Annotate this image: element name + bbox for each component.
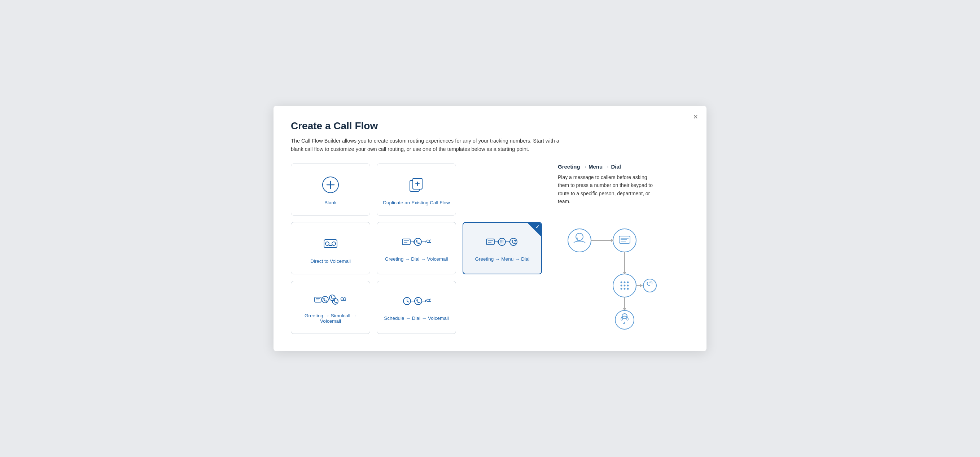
card-schedule-dial-voicemail-label: Schedule → Dial → Voicemail — [384, 315, 449, 321]
svg-point-9 — [332, 242, 336, 245]
card-schedule-dial-voicemail[interactable]: Schedule → Dial → Voicemail — [377, 281, 456, 334]
card-greeting-menu-dial-label: Greeting → Menu → Dial — [475, 256, 530, 262]
svg-point-30 — [503, 240, 503, 241]
greeting-menu-dial-icon — [486, 236, 519, 252]
card-direct-voicemail[interactable]: Direct to Voicemail — [291, 222, 370, 274]
svg-point-34 — [501, 242, 501, 243]
svg-point-73 — [620, 282, 622, 283]
create-call-flow-modal: × Create a Call Flow The Call Flow Build… — [274, 106, 706, 352]
svg-point-16 — [414, 238, 422, 245]
svg-point-76 — [620, 285, 622, 287]
svg-marker-18 — [425, 241, 426, 243]
svg-point-19 — [427, 240, 430, 242]
svg-rect-41 — [315, 297, 321, 302]
svg-rect-7 — [324, 240, 337, 248]
svg-point-46 — [332, 299, 338, 304]
svg-point-74 — [624, 282, 626, 283]
greeting-dial-voicemail-icon — [402, 236, 431, 252]
svg-point-29 — [501, 240, 502, 241]
svg-point-20 — [430, 240, 431, 242]
svg-point-32 — [501, 242, 502, 242]
plus-circle-icon — [321, 175, 340, 196]
svg-point-33 — [503, 242, 503, 242]
svg-point-44 — [322, 296, 328, 303]
svg-point-77 — [624, 285, 626, 287]
svg-point-65 — [613, 229, 636, 252]
svg-point-55 — [415, 298, 422, 305]
card-greeting-simulcall-voicemail[interactable]: Greeting → Simulcall → Voicemail — [291, 281, 370, 334]
svg-rect-22 — [487, 239, 494, 245]
card-blank[interactable]: Blank — [291, 164, 370, 216]
modal-title: Create a Call Flow — [291, 120, 689, 132]
svg-marker-57 — [425, 300, 426, 302]
svg-point-75 — [627, 282, 629, 283]
svg-marker-83 — [640, 284, 643, 287]
close-button[interactable]: × — [693, 113, 698, 121]
modal-description: The Call Flow Builder allows you to crea… — [291, 137, 572, 153]
svg-point-81 — [627, 288, 629, 290]
svg-point-8 — [326, 242, 329, 245]
preview-description: Play a message to callers before asking … — [558, 173, 659, 206]
svg-point-79 — [620, 288, 622, 290]
svg-point-35 — [501, 242, 502, 243]
card-duplicate[interactable]: Duplicate an Existing Call Flow — [377, 164, 456, 216]
card-blank-label: Blank — [325, 200, 337, 205]
modal-body: Blank Duplicate an Existing Call Flow — [291, 164, 689, 334]
greeting-simulcall-voicemail-icon — [314, 293, 347, 309]
card-greeting-dial-voicemail[interactable]: Greeting → Dial → Voicemail — [377, 222, 456, 274]
card-duplicate-label: Duplicate an Existing Call Flow — [383, 200, 450, 205]
preview-title: Greeting → Menu → Dial — [558, 164, 689, 170]
svg-point-59 — [430, 299, 431, 302]
flow-diagram — [558, 217, 689, 334]
svg-rect-11 — [402, 239, 410, 245]
svg-point-47 — [341, 298, 344, 300]
preview-panel: Greeting → Menu → Dial Play a message to… — [554, 164, 689, 334]
svg-line-52 — [407, 301, 409, 302]
svg-point-45 — [329, 295, 335, 301]
card-greeting-menu-dial[interactable]: Greeting → Menu → Dial — [463, 222, 542, 274]
svg-point-78 — [627, 285, 629, 287]
voicemail-icon — [321, 234, 340, 254]
svg-point-28 — [501, 240, 501, 241]
selected-checkmark — [528, 223, 541, 236]
svg-point-31 — [501, 242, 501, 242]
svg-point-58 — [427, 299, 430, 302]
svg-point-48 — [344, 298, 346, 300]
card-direct-voicemail-label: Direct to Voicemail — [310, 258, 351, 264]
svg-point-80 — [624, 288, 626, 290]
schedule-dial-voicemail-icon — [402, 295, 431, 311]
card-greeting-simulcall-voicemail-label: Greeting → Simulcall → Voicemail — [296, 313, 366, 324]
card-greeting-dial-voicemail-label: Greeting → Dial → Voicemail — [385, 256, 448, 262]
cards-grid: Blank Duplicate an Existing Call Flow — [291, 164, 542, 334]
svg-point-39 — [510, 238, 517, 245]
svg-point-88 — [615, 311, 634, 329]
duplicate-icon — [407, 175, 426, 196]
svg-point-36 — [503, 242, 503, 243]
svg-line-85 — [649, 282, 652, 282]
